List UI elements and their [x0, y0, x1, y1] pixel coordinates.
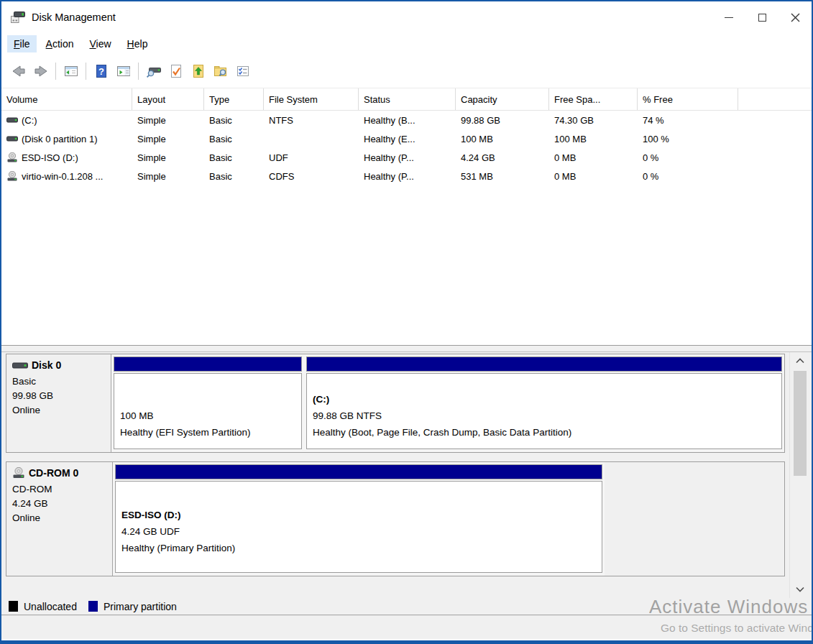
svg-text:?: ?: [98, 66, 104, 77]
partition-d[interactable]: ESD-ISO (D:) 4.24 GB UDF Healthy (Primar…: [113, 462, 605, 576]
folder-up-button[interactable]: [187, 60, 209, 82]
toolbar: ?: [1, 55, 812, 88]
primary-partition-swatch: [88, 601, 98, 612]
cell-layout: Simple: [132, 134, 204, 144]
partition-status: Healthy (Primary Partition): [121, 540, 596, 556]
cell-status: Healthy (E...: [359, 134, 456, 144]
volume-name: virtio-win-0.1.208 ...: [22, 171, 103, 182]
disk-status: Online: [12, 511, 106, 525]
toolbar-separator: [138, 63, 139, 80]
folder-search-button[interactable]: [209, 60, 231, 82]
column-header-capacity[interactable]: Capacity: [456, 88, 549, 110]
column-header-type[interactable]: Type: [204, 88, 264, 110]
volume-list: Volume Layout Type File System Status Ca…: [1, 88, 812, 345]
minimize-button[interactable]: [712, 1, 745, 33]
cell-type: Basic: [204, 115, 264, 126]
forward-icon: [33, 63, 49, 79]
cdrom-0-label[interactable]: CD-ROM 0 CD-ROM 4.24 GB Online: [6, 462, 113, 576]
status-bar: [1, 615, 812, 639]
disk-name: Disk 0: [32, 359, 61, 371]
toolbar-separator: [55, 63, 56, 80]
scrollbar-thumb[interactable]: [794, 371, 807, 476]
disk-0-label[interactable]: Disk 0 Basic 99.98 GB Online: [6, 354, 111, 452]
scroll-down-button[interactable]: [790, 582, 810, 597]
cell-status: Healthy (P...: [359, 152, 456, 163]
menu-file[interactable]: File: [7, 35, 37, 52]
column-header-free-space[interactable]: Free Spa...: [549, 88, 638, 110]
maximize-button[interactable]: [745, 1, 778, 33]
cd-icon: [6, 171, 18, 181]
window-bottom-border: [1, 640, 812, 644]
cell-type: Basic: [204, 134, 264, 144]
check-task-button[interactable]: [165, 60, 187, 82]
disk-icon: [6, 134, 18, 143]
scroll-up-button[interactable]: [790, 354, 810, 368]
cell-type: Basic: [204, 152, 264, 163]
partition-efi[interactable]: 100 MB Healthy (EFI System Partition): [111, 354, 304, 452]
cell-pct-free: 0 %: [638, 171, 738, 182]
folder-up-icon: [190, 63, 206, 79]
cell-pct-free: 100 %: [638, 134, 738, 144]
cell-free-space: 0 MB: [549, 152, 638, 163]
disk-icon: [12, 361, 28, 370]
maximize-icon: [758, 14, 766, 22]
help-button[interactable]: ?: [90, 60, 112, 82]
forward-button[interactable]: [29, 60, 52, 82]
disk-type: Basic: [12, 374, 105, 389]
cell-capacity: 99.88 GB: [456, 115, 549, 126]
show-action-pane-button[interactable]: [112, 60, 134, 82]
partition-status: Healthy (EFI System Partition): [120, 424, 295, 441]
volume-row-virtio-win[interactable]: virtio-win-0.1.208 ... Simple Basic CDFS…: [1, 167, 812, 185]
cell-free-space: 100 MB: [549, 134, 638, 144]
disk-icon: [6, 116, 18, 124]
rescan-disks-icon: [145, 63, 162, 79]
show-console-tree-button[interactable]: [60, 60, 82, 82]
partition-name: (C:): [313, 391, 776, 408]
vertical-scrollbar[interactable]: [789, 352, 809, 598]
partition-color-bar: [306, 356, 782, 372]
minimize-icon: [725, 17, 733, 18]
menu-help[interactable]: Help: [121, 35, 155, 52]
cell-pct-free: 0 %: [638, 152, 738, 163]
cell-capacity: 531 MB: [456, 171, 549, 182]
partition-size: 99.88 GB NTFS: [313, 408, 776, 424]
graphical-view: Disk 0 Basic 99.98 GB Online 100 MB Heal…: [1, 352, 812, 598]
column-header-file-system[interactable]: File System: [264, 88, 359, 110]
pane-splitter[interactable]: [1, 345, 812, 352]
check-task-icon: [168, 63, 184, 79]
column-header-layout[interactable]: Layout: [132, 88, 204, 110]
cell-layout: Simple: [132, 171, 204, 182]
volume-name: (Disk 0 partition 1): [22, 134, 97, 144]
partition-size: 100 MB: [120, 408, 295, 424]
column-header-pct-free[interactable]: % Free: [638, 88, 738, 110]
column-header-volume[interactable]: Volume: [1, 88, 132, 110]
column-header-status[interactable]: Status: [359, 88, 456, 110]
legend-bar: Unallocated Primary partition: [1, 598, 812, 615]
show-console-tree-icon: [63, 63, 79, 79]
show-action-pane-icon: [116, 63, 132, 79]
volume-row-c[interactable]: (C:) Simple Basic NTFS Healthy (B... 99.…: [1, 111, 812, 129]
cell-free-space: 74.30 GB: [549, 115, 638, 126]
volume-name: (C:): [22, 115, 37, 126]
back-button[interactable]: [7, 60, 29, 82]
partition-c[interactable]: (C:) 99.88 GB NTFS Healthy (Boot, Page F…: [304, 354, 784, 452]
help-icon: ?: [93, 63, 109, 79]
cd-icon: [12, 467, 25, 479]
menu-view[interactable]: View: [83, 35, 118, 52]
partition-color-bar: [114, 356, 302, 372]
cell-file-system: UDF: [264, 152, 359, 163]
close-button[interactable]: [778, 1, 812, 33]
chevron-up-icon: [795, 358, 805, 364]
folder-search-icon: [213, 63, 229, 79]
disk-status: Online: [12, 403, 105, 418]
window-title: Disk Management: [32, 12, 116, 23]
cell-free-space: 0 MB: [549, 171, 638, 182]
volume-row-disk0-partition1[interactable]: (Disk 0 partition 1) Simple Basic Health…: [1, 129, 812, 148]
properties-list-button[interactable]: [231, 60, 254, 82]
volume-row-esd-iso[interactable]: ESD-ISO (D:) Simple Basic UDF Healthy (P…: [1, 148, 812, 167]
cell-capacity: 100 MB: [456, 134, 549, 144]
column-header-filler: [738, 88, 812, 110]
menu-action[interactable]: Action: [40, 35, 81, 52]
cell-layout: Simple: [132, 152, 204, 163]
rescan-disks-button[interactable]: [142, 60, 165, 82]
